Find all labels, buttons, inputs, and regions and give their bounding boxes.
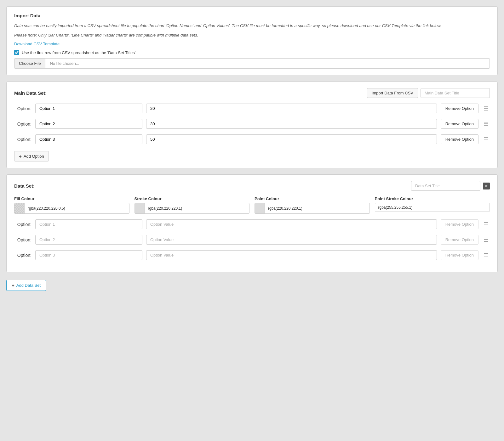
fill-colour-label: Fill Colour	[14, 196, 129, 201]
main-option-row-2: Option: Remove Option ☰	[14, 119, 490, 129]
point-stroke-colour-label: Point Stroke Colour	[375, 196, 490, 201]
import-description-1: Data sets can be easily imported from a …	[14, 23, 490, 29]
csv-checkbox-row: Use the first row from CSV spreadsheet a…	[14, 50, 490, 55]
main-option-row-1: Option: Remove Option ☰	[14, 104, 490, 113]
ds-option-name-input-3[interactable]	[35, 250, 142, 260]
point-colour-input-row	[255, 203, 370, 214]
main-dataset-title: Main Data Set:	[14, 90, 47, 96]
option-label-2: Option:	[14, 122, 32, 127]
stroke-colour-input-row	[135, 203, 250, 214]
point-colour-swatch[interactable]	[255, 203, 265, 213]
ds-option-value-input-1[interactable]	[146, 219, 437, 229]
ds-remove-option-button-1[interactable]: Remove Option	[441, 219, 478, 229]
add-option-label: Add Option	[24, 154, 44, 159]
fill-colour-input[interactable]	[25, 204, 129, 212]
point-stroke-colour-input[interactable]	[375, 203, 490, 212]
ds-drag-handle-2[interactable]: ☰	[482, 236, 490, 243]
import-data-title: Import Data	[14, 13, 490, 18]
dataset-header-right: ✕	[411, 181, 490, 191]
ds-remove-option-button-3[interactable]: Remove Option	[441, 250, 478, 260]
dataset-option-row-1: Option: Remove Option ☰	[14, 219, 490, 229]
ds-option-label-3: Option:	[14, 253, 32, 258]
add-dataset-plus-icon: +	[12, 283, 14, 288]
option-value-input-1[interactable]	[146, 104, 437, 113]
import-csv-button[interactable]: Import Data From CSV	[367, 88, 418, 98]
csv-checkbox-label: Use the first row from CSV spreadsheet a…	[22, 50, 135, 55]
option-name-input-1[interactable]	[35, 104, 142, 113]
ds-option-value-input-2[interactable]	[146, 235, 437, 245]
main-dataset-header-right: Import Data From CSV	[367, 88, 490, 98]
option-label-3: Option:	[14, 137, 32, 142]
dataset-option-row-3: Option: Remove Option ☰	[14, 250, 490, 260]
point-colour-input[interactable]	[265, 204, 369, 212]
dataset-card: Data Set: ✕ Fill Colour Stroke Colour Po…	[6, 174, 498, 272]
option-value-input-3[interactable]	[146, 134, 437, 144]
file-placeholder-text: No file chosen...	[45, 59, 83, 68]
dataset-title: Data Set:	[14, 183, 35, 189]
drag-handle-3[interactable]: ☰	[482, 136, 490, 143]
add-option-button[interactable]: + Add Option	[14, 151, 49, 161]
ds-option-name-input-2[interactable]	[35, 235, 142, 245]
main-dataset-card: Main Data Set: Import Data From CSV Opti…	[6, 82, 498, 168]
stroke-colour-label: Stroke Colour	[135, 196, 250, 201]
dataset-title-input[interactable]	[411, 181, 480, 191]
add-dataset-button[interactable]: + Add Data Set	[6, 280, 46, 291]
ds-remove-option-button-2[interactable]: Remove Option	[441, 235, 478, 245]
import-description-2: Please note: Only 'Bar Charts', 'Line Ch…	[14, 32, 490, 38]
fill-colour-group: Fill Colour	[14, 196, 129, 214]
ds-option-label-2: Option:	[14, 237, 32, 242]
stroke-colour-input[interactable]	[145, 204, 249, 212]
remove-option-button-2[interactable]: Remove Option	[441, 119, 478, 129]
remove-option-button-1[interactable]: Remove Option	[441, 104, 478, 113]
point-colour-group: Point Colour	[255, 196, 370, 214]
fill-colour-input-row	[14, 203, 129, 214]
dataset-close-button[interactable]: ✕	[483, 183, 490, 189]
drag-handle-1[interactable]: ☰	[482, 105, 490, 112]
ds-option-label-1: Option:	[14, 222, 32, 227]
drag-handle-2[interactable]: ☰	[482, 121, 490, 127]
dataset-option-row-2: Option: Remove Option ☰	[14, 235, 490, 245]
main-option-row-3: Option: Remove Option ☰	[14, 134, 490, 144]
ds-option-value-input-3[interactable]	[146, 250, 437, 260]
main-dataset-title-input[interactable]	[421, 88, 490, 98]
point-stroke-colour-group: Point Stroke Colour	[375, 196, 490, 214]
import-data-card: Import Data Data sets can be easily impo…	[6, 6, 498, 75]
option-label-1: Option:	[14, 106, 32, 111]
csv-checkbox[interactable]	[14, 50, 19, 55]
point-colour-label: Point Colour	[255, 196, 370, 201]
csv-download-link[interactable]: Download CSV Template	[14, 42, 60, 46]
option-value-input-2[interactable]	[146, 119, 437, 129]
file-input-row: Choose File No file chosen...	[14, 58, 490, 69]
remove-option-button-3[interactable]: Remove Option	[441, 134, 478, 144]
stroke-colour-group: Stroke Colour	[135, 196, 250, 214]
add-dataset-label: Add Data Set	[16, 283, 41, 288]
main-dataset-header: Main Data Set: Import Data From CSV	[14, 88, 490, 98]
ds-drag-handle-3[interactable]: ☰	[482, 252, 490, 259]
dataset-header: Data Set: ✕	[14, 181, 490, 191]
ds-drag-handle-1[interactable]: ☰	[482, 221, 490, 228]
fill-colour-swatch[interactable]	[14, 203, 25, 213]
add-option-plus-icon: +	[19, 154, 22, 159]
option-name-input-3[interactable]	[35, 134, 142, 144]
stroke-colour-swatch[interactable]	[135, 203, 145, 213]
option-name-input-2[interactable]	[35, 119, 142, 129]
ds-option-name-input-1[interactable]	[35, 219, 142, 229]
colour-section: Fill Colour Stroke Colour Point Colour P…	[14, 196, 490, 214]
point-stroke-colour-input-row	[375, 203, 490, 212]
choose-file-button[interactable]: Choose File	[14, 59, 45, 68]
